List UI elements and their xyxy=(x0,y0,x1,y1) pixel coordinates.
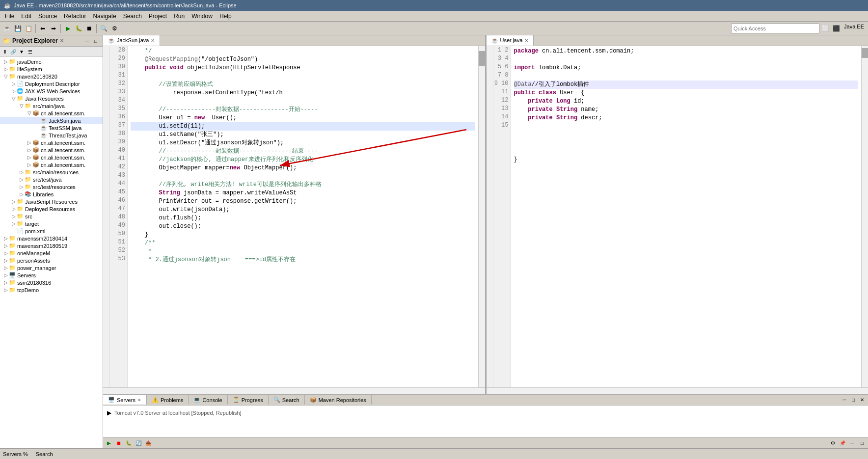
tree-item-srcmainjava[interactable]: ▽ 📁 src/main/java xyxy=(0,102,103,109)
expand-javademo[interactable]: ▷ xyxy=(4,59,9,64)
menu-file[interactable]: File xyxy=(2,12,17,21)
expand-powermanager[interactable]: ▷ xyxy=(4,265,9,270)
pe-maximize-btn[interactable]: □ xyxy=(92,37,100,45)
expand-mavenssm414[interactable]: ▷ xyxy=(4,236,9,241)
tree-item-personassets[interactable]: ▷ 📁 personAssets xyxy=(0,257,103,264)
expand-personassets[interactable]: ▷ xyxy=(4,258,9,263)
toolbar-btn-5[interactable]: ⏹ xyxy=(84,24,94,33)
tree-item-pomxml[interactable]: ▷ 📄 pom.xml xyxy=(0,227,103,235)
menu-edit[interactable]: Edit xyxy=(18,12,34,21)
tree-item-tcpdemo[interactable]: ▷ 📁 tcpDemo xyxy=(0,286,103,294)
left-scrollbar-h[interactable] xyxy=(103,387,485,394)
tree-item-pkg4[interactable]: ▷ 📦 cn.ali.tencent.ssm. xyxy=(0,154,103,161)
menu-source[interactable]: Source xyxy=(35,12,60,21)
tree-item-javademo[interactable]: ▷ 📁 javaDemo xyxy=(0,58,103,65)
pe-menu-btn[interactable]: ☰ xyxy=(26,48,34,55)
menu-navigate[interactable]: Navigate xyxy=(90,12,119,21)
toolbar-run-btn[interactable]: ▶ xyxy=(63,24,73,33)
bottom-publish-btn[interactable]: 📤 xyxy=(144,439,152,447)
expand-onemanage[interactable]: ▷ xyxy=(4,250,9,256)
bottom-pin-btn[interactable]: 📌 xyxy=(839,439,846,447)
quick-access-input[interactable] xyxy=(731,24,819,33)
expand-servers[interactable]: ▷ xyxy=(4,272,9,278)
menu-help[interactable]: Help xyxy=(217,12,235,21)
expand-lifesystem[interactable]: ▷ xyxy=(4,66,9,72)
tree-item-servers[interactable]: ▷ 🖥️ Servers xyxy=(0,271,103,279)
tree-item-srctestjava[interactable]: ▷ 📁 src/test/java xyxy=(0,176,103,183)
expand-pkg4[interactable]: ▷ xyxy=(27,155,32,160)
toolbar-layout-btn-2[interactable]: ⬛ xyxy=(831,24,841,33)
bottom-tab-console[interactable]: 💻 Console xyxy=(189,395,227,405)
tree-item-jacksun[interactable]: ▷ ☕ JackSun.java xyxy=(0,117,103,124)
tree-item-pkg5[interactable]: ▷ 📦 cn.ali.tencent.ssm. xyxy=(0,161,103,168)
expand-javaresources[interactable]: ▽ xyxy=(12,96,17,101)
tree-item-maven[interactable]: ▽ 📁 maven20180820 xyxy=(0,73,103,80)
bottom-tab-search[interactable]: 🔍 Search xyxy=(269,395,305,405)
tab-user-close[interactable]: ✕ xyxy=(524,38,528,43)
pe-tree[interactable]: ▷ 📁 javaDemo ▷ 📁 lifeSystem ▽ 📁 maven201… xyxy=(0,57,103,448)
toolbar-btn-4[interactable]: ➡ xyxy=(49,24,58,33)
expand-srctestres[interactable]: ▷ xyxy=(20,184,25,189)
tree-item-target[interactable]: ▷ 📁 target xyxy=(0,220,103,227)
expand-src[interactable]: ▷ xyxy=(12,214,17,219)
toolbar-btn-7[interactable]: ⚙ xyxy=(109,24,119,33)
right-code-body[interactable]: package cn.ali.tencent.ssm.domain; impor… xyxy=(511,46,862,387)
tree-item-srcmainres[interactable]: ▷ 📁 src/main/resources xyxy=(0,168,103,176)
bottom-stop-btn[interactable]: ⏹ xyxy=(115,439,123,447)
expand-srcmainres[interactable]: ▷ xyxy=(20,169,25,175)
expand-target[interactable]: ▷ xyxy=(12,221,17,226)
bottom-minimize2-btn[interactable]: ─ xyxy=(848,439,856,447)
tree-item-powermanager[interactable]: ▷ 📁 power_manager xyxy=(0,264,103,271)
tree-item-pkg2[interactable]: ▷ 📦 cn.ali.tencent.ssm. xyxy=(0,139,103,146)
tab-jacksun-close[interactable]: ✕ xyxy=(151,38,155,43)
left-scrollbar-v[interactable] xyxy=(478,46,485,387)
tree-item-onemanage[interactable]: ▷ 📁 oneManageM xyxy=(0,249,103,257)
expand-maven[interactable]: ▽ xyxy=(4,74,9,79)
expand-srcmainjava[interactable]: ▽ xyxy=(20,103,25,108)
bottom-debug-btn[interactable]: 🐛 xyxy=(125,439,133,447)
bottom-close-btn[interactable]: ✕ xyxy=(858,396,866,404)
tree-item-ssm20180316[interactable]: ▷ 📁 ssm20180316 xyxy=(0,279,103,286)
menu-search[interactable]: Search xyxy=(120,12,145,21)
tree-item-deployed[interactable]: ▷ 📁 Deployed Resources xyxy=(0,205,103,213)
expand-libraries[interactable]: ▷ xyxy=(20,191,25,197)
tree-item-pkg3[interactable]: ▷ 📦 cn.ali.tencent.ssm. xyxy=(0,146,103,154)
left-code-body[interactable]: */ @RequestMapping("/objectToJson") publ… xyxy=(128,46,478,387)
tree-item-lifesystem[interactable]: ▷ 📁 lifeSystem xyxy=(0,65,103,73)
tree-item-jsresources[interactable]: ▷ 📁 JavaScript Resources xyxy=(0,198,103,205)
expand-pkg1[interactable]: ▽ xyxy=(27,110,32,116)
left-scroll-thumb[interactable] xyxy=(479,51,485,66)
toolbar-new-btn[interactable]: ☕ xyxy=(2,24,12,33)
tree-item-pkg1[interactable]: ▽ 📦 cn.ali.tencent.ssm. xyxy=(0,109,103,117)
tree-item-src[interactable]: ▷ 📁 src xyxy=(0,213,103,220)
pe-link-btn[interactable]: 🔗 xyxy=(9,48,17,55)
expand-pkg5[interactable]: ▷ xyxy=(27,162,32,167)
expand-srctestjava[interactable]: ▷ xyxy=(20,177,25,182)
menu-window[interactable]: Window xyxy=(189,12,216,21)
expand-pkg3[interactable]: ▷ xyxy=(27,147,32,153)
bottom-tab-progress[interactable]: ⏳ Progress xyxy=(228,395,269,405)
tree-item-libraries[interactable]: ▷ 📚 Libraries xyxy=(0,190,103,198)
bottom-tab-problems[interactable]: ⚠️ Problems xyxy=(147,395,189,405)
tree-item-deployment[interactable]: ▷ 📄 Deployment Descriptor xyxy=(0,80,103,87)
toolbar-debug-btn[interactable]: 🐛 xyxy=(74,24,83,33)
expand-jaxws[interactable]: ▷ xyxy=(12,88,17,94)
tree-item-jaxws[interactable]: ▷ 🌐 JAX-WS Web Services xyxy=(0,87,103,95)
toolbar-btn-6[interactable]: 🔍 xyxy=(99,24,108,33)
right-scrollbar-v[interactable] xyxy=(861,46,868,387)
expand-pkg2[interactable]: ▷ xyxy=(27,140,32,145)
toolbar-btn-2[interactable]: 📋 xyxy=(24,24,33,33)
tab-user[interactable]: ☕ User.java ✕ xyxy=(487,35,534,46)
bottom-refresh-btn[interactable]: 🔄 xyxy=(135,439,142,447)
menu-run[interactable]: Run xyxy=(171,12,188,21)
bottom-maximize-btn[interactable]: □ xyxy=(849,396,857,404)
toolbar-layout-btn-1[interactable]: ⬜ xyxy=(820,24,830,33)
toolbar-btn-3[interactable]: ⬅ xyxy=(38,24,48,33)
tree-item-threadtest[interactable]: ▷ ☕ ThreadTest.java xyxy=(0,132,103,139)
toolbar-btn-1[interactable]: 💾 xyxy=(13,24,23,33)
tree-item-javaresources[interactable]: ▽ 📁 Java Resources xyxy=(0,95,103,102)
bottom-minimize-btn[interactable]: ─ xyxy=(841,396,848,404)
bottom-tab-servers[interactable]: 🖥️ Servers ✕ xyxy=(103,395,147,405)
menu-refactor[interactable]: Refactor xyxy=(61,12,89,21)
expand-mavenssm519[interactable]: ▷ xyxy=(4,243,9,248)
